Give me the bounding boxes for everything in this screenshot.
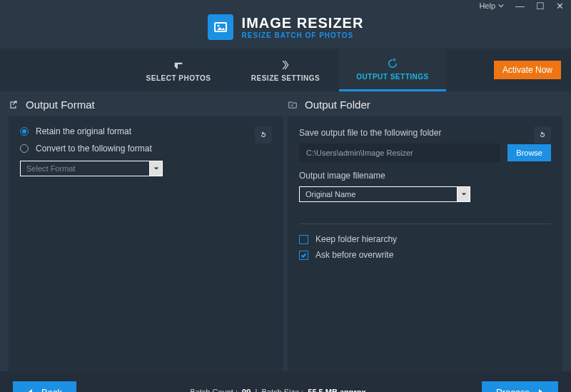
- checkbox-ask-overwrite[interactable]: Ask before overwrite: [299, 250, 551, 260]
- output-path-input[interactable]: [299, 144, 500, 162]
- tab-resize-settings[interactable]: RESIZE SETTINGS: [232, 49, 339, 91]
- panel-header: Output Folder: [288, 99, 562, 111]
- filename-select[interactable]: Original Name: [299, 186, 470, 202]
- count-value: 99: [242, 388, 251, 392]
- radio-icon: [20, 144, 29, 153]
- panel-title: Output Folder: [305, 99, 370, 111]
- reset-icon: [259, 131, 268, 139]
- filename-label: Output image filename: [299, 171, 551, 181]
- button-label: Process: [496, 387, 530, 393]
- content: Output Format Retain the original format…: [0, 91, 571, 371]
- size-value: 55.5 MB approx.: [308, 388, 368, 392]
- chevron-right-icon: [537, 388, 544, 392]
- tab-select-photos[interactable]: SELECT PHOTOS: [125, 49, 232, 91]
- select-value: Original Name: [299, 186, 458, 202]
- checkbox-keep-hierarchy[interactable]: Keep folder hierarchy: [299, 234, 551, 244]
- radio-label: Convert to the following format: [36, 144, 152, 154]
- app-logo-icon: [208, 14, 233, 40]
- help-label: Help: [479, 1, 495, 10]
- checkbox-group: Keep folder hierarchy Ask before overwri…: [299, 223, 551, 260]
- process-button[interactable]: Process: [482, 381, 558, 393]
- tab-label: RESIZE SETTINGS: [251, 74, 320, 82]
- titlebar: Help — ☐ ✕: [0, 0, 571, 11]
- back-button[interactable]: Back: [13, 381, 76, 393]
- svg-point-2: [217, 25, 219, 27]
- count-label: Batch Count :: [190, 388, 238, 392]
- footer: Back Batch Count : 99 | Batch Size : 55.…: [0, 371, 571, 392]
- path-row: Browse: [299, 144, 551, 162]
- panel-body: Retain the original format Convert to th…: [9, 116, 283, 371]
- button-label: Back: [41, 387, 62, 393]
- minimize-button[interactable]: —: [515, 1, 525, 11]
- window-controls: — ☐ ✕: [515, 1, 564, 11]
- header: IMAGE RESIZER RESIZE BATCH OF PHOTOS: [0, 11, 571, 49]
- checkbox-label: Ask before overwrite: [315, 250, 393, 260]
- checkbox-icon: [299, 235, 308, 244]
- close-button[interactable]: ✕: [556, 1, 564, 11]
- chevron-down-icon: [150, 161, 163, 176]
- chevron-left-icon: [27, 388, 34, 392]
- size-label: Batch Size :: [261, 388, 303, 392]
- radio-convert[interactable]: Convert to the following format: [20, 144, 272, 154]
- app-title: IMAGE RESIZER: [242, 15, 364, 31]
- select-value: Select Format: [20, 161, 150, 176]
- maximize-button[interactable]: ☐: [536, 1, 545, 11]
- panel-header: Output Format: [9, 99, 283, 111]
- reset-button[interactable]: [255, 126, 272, 144]
- batch-stats: Batch Count : 99 | Batch Size : 55.5 MB …: [190, 388, 368, 392]
- app-tagline: RESIZE BATCH OF PHOTOS: [242, 31, 364, 39]
- save-label: Save output file to the following folder: [299, 128, 551, 138]
- format-select[interactable]: Select Format: [20, 161, 163, 176]
- tabs: SELECT PHOTOS RESIZE SETTINGS OUTPUT SET…: [0, 49, 571, 91]
- radio-label: Retain the original format: [36, 126, 131, 136]
- radio-icon: [20, 127, 29, 136]
- export-icon: [9, 100, 19, 110]
- checkbox-icon: [299, 251, 308, 260]
- app-title-block: IMAGE RESIZER RESIZE BATCH OF PHOTOS: [242, 15, 364, 39]
- reset-button[interactable]: [534, 126, 551, 144]
- output-format-panel: Output Format Retain the original format…: [9, 99, 283, 371]
- activate-button[interactable]: Activate Now: [494, 61, 561, 79]
- output-folder-panel: Output Folder Save output file to the fo…: [288, 99, 562, 371]
- panel-body: Save output file to the following folder…: [288, 116, 562, 371]
- tab-output-settings[interactable]: OUTPUT SETTINGS: [339, 49, 446, 91]
- folder-icon: [288, 100, 298, 110]
- browse-button[interactable]: Browse: [507, 144, 551, 161]
- tab-label: SELECT PHOTOS: [146, 74, 211, 82]
- chevron-down-icon: [458, 186, 470, 202]
- tab-label: OUTPUT SETTINGS: [356, 73, 428, 81]
- radio-retain[interactable]: Retain the original format: [20, 126, 272, 136]
- panel-title: Output Format: [26, 99, 95, 111]
- reset-icon: [538, 131, 547, 139]
- help-menu[interactable]: Help: [479, 1, 504, 10]
- checkbox-label: Keep folder hierarchy: [315, 234, 397, 244]
- chevron-down-icon: [498, 1, 504, 10]
